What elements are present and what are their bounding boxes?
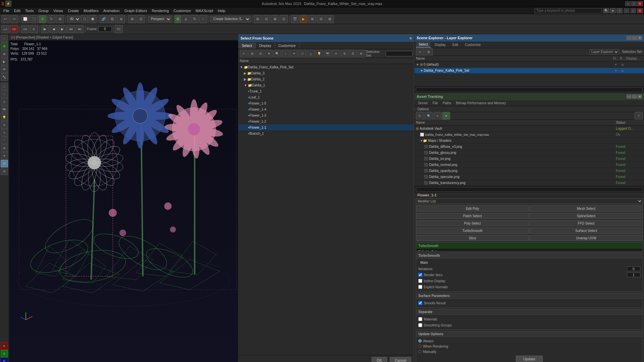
- toggle-helper-btn[interactable]: ✛: [332, 50, 340, 58]
- ok-btn[interactable]: OK: [372, 357, 387, 362]
- menu-graph-editors[interactable]: Graph Editors: [122, 8, 149, 13]
- minimize-btn[interactable]: ─: [625, 1, 631, 6]
- undo-btn[interactable]: ↩: [1, 15, 9, 23]
- sort-btn[interactable]: ↕: [282, 50, 289, 58]
- se-list-btn[interactable]: ≡: [416, 48, 424, 56]
- menu-rendering[interactable]: Rendering: [150, 8, 171, 13]
- lt-hierarchy[interactable]: ⊞: [1, 50, 8, 58]
- se-tab-select[interactable]: Select: [416, 42, 431, 48]
- toggle-cam-btn[interactable]: 📷: [324, 50, 331, 58]
- go-to-start-btn[interactable]: ⏮: [67, 25, 75, 33]
- se-content[interactable]: ▼ ⊞ 0 (default) ☀ ◎ ● Dahlia_Franz_Kafka…: [415, 62, 644, 86]
- lt-patch[interactable]: ⊠: [1, 160, 8, 167]
- modifier-editable-poly[interactable]: Editable Poly: [416, 249, 642, 251]
- at-row[interactable]: ⬛ Dahlia_opacity.png Found: [415, 168, 644, 174]
- expand-icon[interactable]: ▼: [244, 83, 247, 87]
- se-maximize-btn[interactable]: □: [632, 36, 637, 40]
- edit-poly-btn[interactable]: Edit Poly: [416, 205, 529, 212]
- update-btn[interactable]: Update: [516, 356, 543, 362]
- at-menu-paths[interactable]: Paths: [441, 101, 453, 105]
- app-minimize[interactable]: ─: [624, 8, 629, 13]
- align-btn[interactable]: ⊟: [137, 15, 145, 23]
- layer-btn[interactable]: LA: [1, 25, 9, 33]
- explicit-normals-checkbox[interactable]: [418, 285, 422, 289]
- toolbar-icon-2[interactable]: ★: [610, 8, 616, 13]
- mirror-btn[interactable]: ⊞: [128, 15, 136, 23]
- lt-color-r[interactable]: R: [1, 343, 8, 350]
- tree-item[interactable]: ● Flower_1-2: [238, 118, 414, 124]
- window-crossing-btn[interactable]: ⬢: [89, 15, 97, 23]
- render-to-tex-btn[interactable]: ⊟: [317, 15, 325, 23]
- select-from-scene-close[interactable]: ✕: [409, 37, 412, 40]
- lt-modify[interactable]: ⚙: [1, 43, 8, 50]
- layer-explorer-dropdown[interactable]: Layer Explorer: [590, 49, 619, 55]
- at-menu-server[interactable]: Server: [416, 101, 430, 105]
- toggle-shapes-btn[interactable]: △: [307, 50, 315, 58]
- lt-box[interactable]: □: [1, 83, 8, 90]
- at-content[interactable]: ⊞ Autodesk Vault Logged O... ⬜ Dahlia_Fr…: [415, 126, 644, 186]
- menu-edit[interactable]: Edit: [12, 8, 22, 13]
- redo-btn[interactable]: ↪: [10, 15, 18, 23]
- lt-helper[interactable]: ✛: [1, 121, 8, 129]
- viewport-3d[interactable]: Total Flower_1-1 Polys: 204 141 37 969 V…: [9, 41, 238, 362]
- lt-motion[interactable]: ▶: [1, 58, 8, 65]
- update-options-header[interactable]: Update Options: [416, 331, 642, 337]
- expand-all-btn[interactable]: ⊕: [358, 50, 365, 58]
- se-row[interactable]: ▼ ⊞ 0 (default) ☀ ◎: [415, 62, 644, 68]
- patch-select-btn[interactable]: Patch Select: [416, 213, 529, 219]
- prev-frame-btn[interactable]: ◀: [50, 25, 58, 33]
- menu-modifiers[interactable]: Modifiers: [82, 8, 101, 13]
- set-key2-btn[interactable]: K: [30, 25, 38, 33]
- se-layers-btn[interactable]: ⊞: [425, 48, 433, 56]
- iterations-input[interactable]: [627, 266, 640, 271]
- turbosmooth-btn[interactable]: TurboSmooth: [416, 228, 529, 234]
- at-maximize-btn[interactable]: □: [632, 95, 637, 99]
- always-radio[interactable]: [418, 339, 422, 343]
- manually-radio[interactable]: [418, 350, 422, 353]
- at-row[interactable]: ⬛ Dahlia_specular.png Found: [415, 174, 644, 180]
- set-key-btn[interactable]: SK: [10, 25, 18, 33]
- at-row[interactable]: ⬜ Dahlia_Franz_Kafka_White_Set_max_vray.…: [415, 132, 644, 138]
- materials-checkbox[interactable]: [418, 317, 422, 321]
- next-frame-btn[interactable]: ▶: [58, 25, 66, 33]
- snap-toggle[interactable]: ⊞: [174, 15, 181, 23]
- at-list-btn[interactable]: ≡: [433, 112, 441, 120]
- smoothing-groups-checkbox[interactable]: [418, 323, 422, 327]
- move-btn[interactable]: ✛: [39, 15, 47, 23]
- tree-item[interactable]: ▶ 📁 Dahlia_3: [238, 70, 414, 76]
- se-tab-edit[interactable]: Edit: [450, 42, 461, 47]
- lt-cylinder[interactable]: ⊙: [1, 98, 8, 106]
- at-menu-file[interactable]: File: [431, 101, 440, 105]
- play-anim-btn[interactable]: ▶: [41, 25, 49, 33]
- at-filter-btn[interactable]: ▼: [442, 112, 450, 120]
- lt-compound[interactable]: ⊕: [1, 144, 8, 152]
- maximize-btn[interactable]: □: [631, 1, 637, 6]
- clone-btn[interactable]: ⊡: [280, 15, 288, 23]
- time-config-btn[interactable]: TC: [115, 25, 123, 33]
- at-row[interactable]: ⬛ Dahlia_glossy.png Found: [415, 150, 644, 156]
- filter-btn[interactable]: ▼: [265, 50, 273, 58]
- lt-utilities[interactable]: 🔧: [1, 73, 8, 81]
- menu-create[interactable]: Create: [66, 8, 81, 13]
- at-row[interactable]: ⬛ Dahlia_diffuse_v3.png Found: [415, 144, 644, 150]
- menu-views[interactable]: Views: [51, 8, 65, 13]
- filter-dropdown[interactable]: All: [67, 16, 80, 22]
- ffd-select-btn[interactable]: FFD Select: [530, 220, 643, 226]
- tree-item[interactable]: ▼ 📁 Dahlia_1: [238, 82, 414, 88]
- at-minimize-btn[interactable]: ─: [627, 95, 631, 99]
- search-btn[interactable]: 🔍: [273, 50, 281, 58]
- layer-expand-icon[interactable]: ▼: [416, 63, 419, 66]
- at-help-btn[interactable]: ?: [635, 112, 643, 120]
- spinner-snap[interactable]: ↕: [199, 15, 207, 23]
- expand-icon[interactable]: ▶: [244, 77, 247, 81]
- se-row-selected[interactable]: ● Dahlia_Franz_Kafka_Pink_Set ☀ ◎: [415, 68, 644, 74]
- select-region-btn[interactable]: ⬛: [30, 15, 38, 23]
- modifier-stack-list[interactable]: TurboSmooth Editable Poly: [416, 242, 643, 251]
- at-menu-bitmap[interactable]: Bitmap Performance and Memory: [454, 101, 508, 105]
- options-btn[interactable]: ☰: [349, 50, 357, 58]
- lt-create[interactable]: ✦: [1, 35, 8, 42]
- folder-expand-icon[interactable]: ▼: [420, 139, 423, 142]
- app-maximize[interactable]: □: [631, 8, 636, 13]
- at-row[interactable]: ⬛ Dahlia_ior.png Found: [415, 156, 644, 162]
- percent-snap[interactable]: %: [191, 15, 199, 23]
